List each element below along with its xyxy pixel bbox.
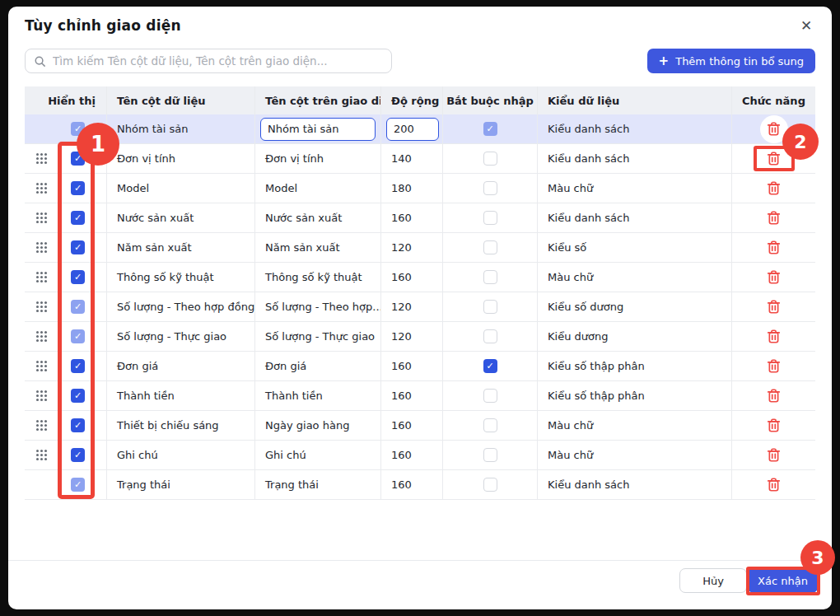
visibility-checkbox[interactable] (71, 270, 85, 284)
confirm-button[interactable]: Xác nhận (748, 568, 818, 593)
required-checkbox[interactable] (483, 300, 497, 314)
visibility-checkbox[interactable] (71, 448, 85, 462)
drag-handle-icon[interactable] (36, 390, 39, 393)
column-header-label: Chức năng (742, 95, 805, 107)
visibility-checkbox[interactable] (71, 329, 85, 343)
width-value: 160 (391, 449, 412, 461)
data-column-name: Nhóm tài sản (117, 123, 189, 135)
delete-button[interactable] (760, 145, 788, 173)
required-cell (443, 233, 538, 262)
column-header: Kiểu dữ liệu (538, 86, 732, 114)
width-value: 120 (391, 301, 412, 313)
delete-button[interactable] (760, 412, 788, 440)
data-column-name: Nước sản xuất (117, 212, 194, 224)
required-checkbox[interactable] (483, 270, 497, 284)
width-input[interactable] (386, 118, 439, 141)
trash-icon (765, 387, 782, 404)
drag-handle-icon[interactable] (36, 153, 39, 156)
required-checkbox[interactable] (483, 359, 497, 373)
drag-handle-icon[interactable] (36, 301, 39, 304)
width-cell: 160 (381, 203, 443, 232)
delete-button[interactable] (760, 115, 788, 143)
trash-icon (765, 150, 782, 167)
trash-icon (765, 328, 782, 345)
required-checkbox[interactable] (483, 418, 497, 432)
required-checkbox[interactable] (483, 389, 497, 403)
required-checkbox[interactable] (483, 478, 497, 492)
data-column-name-cell: Thiết bị chiếu sáng (107, 411, 255, 440)
delete-button[interactable] (760, 234, 788, 262)
plus-icon: + (659, 55, 670, 68)
required-checkbox[interactable] (483, 448, 497, 462)
width-cell: 120 (381, 322, 443, 351)
column-header: Hiển thị (25, 86, 107, 114)
required-checkbox[interactable] (483, 181, 497, 195)
data-type-value: Kiểu danh sách (548, 152, 629, 165)
drag-handle-icon[interactable] (36, 450, 39, 452)
table-row: Số lượng - Theo hợp đồngSố lượng - Theo … (25, 292, 815, 322)
width-value: 160 (391, 390, 412, 402)
data-column-name: Model (117, 182, 149, 194)
drag-handle-icon[interactable] (36, 212, 39, 215)
drag-handle-icon[interactable] (36, 420, 39, 422)
visibility-checkbox[interactable] (71, 240, 85, 254)
required-cell (443, 381, 538, 410)
visibility-checkbox[interactable] (71, 300, 85, 314)
visibility-checkbox[interactable] (71, 122, 85, 136)
required-checkbox[interactable] (483, 152, 497, 166)
delete-button[interactable] (760, 175, 788, 203)
required-checkbox[interactable] (483, 240, 497, 254)
width-value: 160 (391, 478, 412, 491)
ui-column-name-cell: Số lượng - Thực giao (255, 322, 381, 351)
search-icon (34, 55, 46, 68)
table-row: Đơn vị tínhĐơn vị tính140Kiểu danh sách (25, 144, 815, 174)
drag-handle-icon[interactable] (36, 272, 39, 274)
ui-column-name: Số lượng - Theo hợp... (265, 301, 381, 313)
visibility-checkbox[interactable] (71, 418, 85, 432)
data-column-name: Đơn giá (117, 360, 158, 372)
delete-button[interactable] (760, 471, 788, 499)
required-checkbox[interactable] (483, 122, 497, 136)
delete-button[interactable] (760, 264, 788, 292)
visibility-checkbox[interactable] (71, 478, 85, 492)
data-column-name-cell: Số lượng - Thực giao (107, 322, 255, 351)
data-column-name-cell: Nhóm tài sản (107, 114, 255, 143)
required-cell (443, 203, 538, 232)
width-cell: 160 (381, 381, 443, 410)
required-checkbox[interactable] (483, 211, 497, 225)
delete-button[interactable] (760, 352, 788, 380)
visibility-cell (25, 114, 107, 143)
drag-handle-icon[interactable] (36, 183, 39, 185)
visibility-checkbox[interactable] (71, 211, 85, 225)
visibility-cell (25, 144, 107, 173)
ui-column-name-cell: Thông số kỹ thuật (255, 263, 381, 292)
width-value: 160 (391, 271, 412, 283)
columns-table: Hiển thịTên cột dữ liệuTên cột trên giao… (25, 86, 815, 500)
drag-handle-icon[interactable] (36, 361, 39, 363)
actions-cell (732, 352, 815, 380)
drag-handle-icon[interactable] (36, 331, 39, 334)
delete-button[interactable] (760, 323, 788, 351)
delete-button[interactable] (760, 204, 788, 232)
visibility-checkbox[interactable] (71, 389, 85, 403)
ui-column-name: Nước sản xuất (265, 212, 342, 224)
ui-column-name-input[interactable] (260, 118, 376, 141)
add-extra-info-button[interactable]: + Thêm thông tin bổ sung (647, 49, 815, 73)
visibility-checkbox[interactable] (71, 359, 85, 373)
visibility-checkbox[interactable] (71, 152, 85, 166)
trash-icon (765, 180, 782, 197)
search-input[interactable] (53, 54, 383, 68)
delete-button[interactable] (760, 441, 788, 469)
ui-column-name-cell: Thành tiền (255, 381, 381, 410)
visibility-checkbox[interactable] (71, 181, 85, 195)
cancel-button[interactable]: Hủy (679, 568, 747, 593)
visibility-cell (25, 470, 107, 499)
delete-button[interactable] (760, 293, 788, 321)
data-type-cell: Màu chữ (538, 174, 732, 203)
actions-cell (732, 470, 815, 499)
required-checkbox[interactable] (483, 329, 497, 343)
drag-handle-icon[interactable] (36, 242, 39, 245)
close-icon[interactable]: ✕ (796, 15, 817, 36)
actions-cell (732, 441, 815, 469)
delete-button[interactable] (760, 382, 788, 410)
